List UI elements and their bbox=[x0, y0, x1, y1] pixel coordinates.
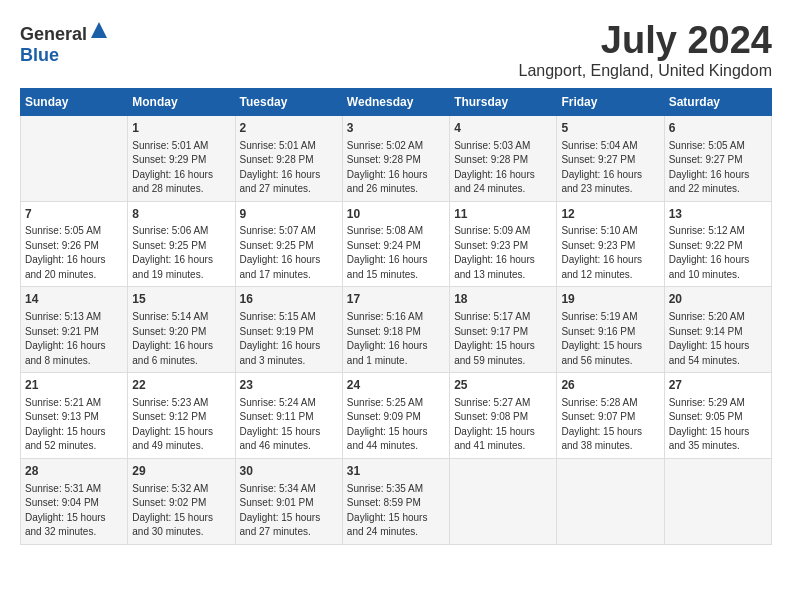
day-number: 7 bbox=[25, 206, 123, 223]
calendar-cell: 26Sunrise: 5:28 AM Sunset: 9:07 PM Dayli… bbox=[557, 373, 664, 459]
cell-content: Sunrise: 5:34 AM Sunset: 9:01 PM Dayligh… bbox=[240, 482, 338, 540]
calendar-cell: 31Sunrise: 5:35 AM Sunset: 8:59 PM Dayli… bbox=[342, 458, 449, 544]
cell-content: Sunrise: 5:15 AM Sunset: 9:19 PM Dayligh… bbox=[240, 310, 338, 368]
calendar-cell: 19Sunrise: 5:19 AM Sunset: 9:16 PM Dayli… bbox=[557, 287, 664, 373]
cell-content: Sunrise: 5:10 AM Sunset: 9:23 PM Dayligh… bbox=[561, 224, 659, 282]
cell-content: Sunrise: 5:08 AM Sunset: 9:24 PM Dayligh… bbox=[347, 224, 445, 282]
day-number: 24 bbox=[347, 377, 445, 394]
cell-content: Sunrise: 5:35 AM Sunset: 8:59 PM Dayligh… bbox=[347, 482, 445, 540]
day-number: 13 bbox=[669, 206, 767, 223]
calendar-cell: 9Sunrise: 5:07 AM Sunset: 9:25 PM Daylig… bbox=[235, 201, 342, 287]
page-header: General Blue July 2024 Langport, England… bbox=[20, 20, 772, 80]
day-number: 10 bbox=[347, 206, 445, 223]
cell-content: Sunrise: 5:03 AM Sunset: 9:28 PM Dayligh… bbox=[454, 139, 552, 197]
day-number: 29 bbox=[132, 463, 230, 480]
calendar-cell bbox=[664, 458, 771, 544]
calendar-cell: 21Sunrise: 5:21 AM Sunset: 9:13 PM Dayli… bbox=[21, 373, 128, 459]
cell-content: Sunrise: 5:28 AM Sunset: 9:07 PM Dayligh… bbox=[561, 396, 659, 454]
cell-content: Sunrise: 5:24 AM Sunset: 9:11 PM Dayligh… bbox=[240, 396, 338, 454]
day-number: 23 bbox=[240, 377, 338, 394]
calendar-cell: 4Sunrise: 5:03 AM Sunset: 9:28 PM Daylig… bbox=[450, 115, 557, 201]
calendar-cell: 15Sunrise: 5:14 AM Sunset: 9:20 PM Dayli… bbox=[128, 287, 235, 373]
calendar-cell: 11Sunrise: 5:09 AM Sunset: 9:23 PM Dayli… bbox=[450, 201, 557, 287]
cell-content: Sunrise: 5:01 AM Sunset: 9:28 PM Dayligh… bbox=[240, 139, 338, 197]
week-row: 7Sunrise: 5:05 AM Sunset: 9:26 PM Daylig… bbox=[21, 201, 772, 287]
calendar-cell bbox=[557, 458, 664, 544]
cell-content: Sunrise: 5:29 AM Sunset: 9:05 PM Dayligh… bbox=[669, 396, 767, 454]
cell-content: Sunrise: 5:32 AM Sunset: 9:02 PM Dayligh… bbox=[132, 482, 230, 540]
cell-content: Sunrise: 5:09 AM Sunset: 9:23 PM Dayligh… bbox=[454, 224, 552, 282]
calendar-cell: 30Sunrise: 5:34 AM Sunset: 9:01 PM Dayli… bbox=[235, 458, 342, 544]
logo-icon bbox=[89, 20, 109, 40]
calendar-cell: 20Sunrise: 5:20 AM Sunset: 9:14 PM Dayli… bbox=[664, 287, 771, 373]
logo-blue: Blue bbox=[20, 45, 59, 65]
calendar-cell: 23Sunrise: 5:24 AM Sunset: 9:11 PM Dayli… bbox=[235, 373, 342, 459]
calendar-cell: 27Sunrise: 5:29 AM Sunset: 9:05 PM Dayli… bbox=[664, 373, 771, 459]
subtitle: Langport, England, United Kingdom bbox=[518, 62, 772, 80]
day-number: 5 bbox=[561, 120, 659, 137]
logo-text: General Blue bbox=[20, 20, 109, 66]
svg-marker-0 bbox=[91, 22, 107, 38]
logo-general: General bbox=[20, 24, 87, 44]
title-block: July 2024 Langport, England, United King… bbox=[518, 20, 772, 80]
week-row: 28Sunrise: 5:31 AM Sunset: 9:04 PM Dayli… bbox=[21, 458, 772, 544]
day-header-monday: Monday bbox=[128, 88, 235, 115]
calendar-cell: 13Sunrise: 5:12 AM Sunset: 9:22 PM Dayli… bbox=[664, 201, 771, 287]
calendar-cell: 25Sunrise: 5:27 AM Sunset: 9:08 PM Dayli… bbox=[450, 373, 557, 459]
cell-content: Sunrise: 5:16 AM Sunset: 9:18 PM Dayligh… bbox=[347, 310, 445, 368]
day-number: 11 bbox=[454, 206, 552, 223]
calendar-cell: 24Sunrise: 5:25 AM Sunset: 9:09 PM Dayli… bbox=[342, 373, 449, 459]
calendar-cell: 12Sunrise: 5:10 AM Sunset: 9:23 PM Dayli… bbox=[557, 201, 664, 287]
calendar-cell bbox=[450, 458, 557, 544]
cell-content: Sunrise: 5:05 AM Sunset: 9:26 PM Dayligh… bbox=[25, 224, 123, 282]
day-header-sunday: Sunday bbox=[21, 88, 128, 115]
cell-content: Sunrise: 5:02 AM Sunset: 9:28 PM Dayligh… bbox=[347, 139, 445, 197]
day-number: 4 bbox=[454, 120, 552, 137]
day-number: 2 bbox=[240, 120, 338, 137]
day-number: 9 bbox=[240, 206, 338, 223]
cell-content: Sunrise: 5:17 AM Sunset: 9:17 PM Dayligh… bbox=[454, 310, 552, 368]
logo: General Blue bbox=[20, 20, 109, 66]
calendar-cell: 28Sunrise: 5:31 AM Sunset: 9:04 PM Dayli… bbox=[21, 458, 128, 544]
cell-content: Sunrise: 5:05 AM Sunset: 9:27 PM Dayligh… bbox=[669, 139, 767, 197]
day-number: 1 bbox=[132, 120, 230, 137]
day-number: 3 bbox=[347, 120, 445, 137]
calendar-cell: 5Sunrise: 5:04 AM Sunset: 9:27 PM Daylig… bbox=[557, 115, 664, 201]
day-number: 8 bbox=[132, 206, 230, 223]
week-row: 14Sunrise: 5:13 AM Sunset: 9:21 PM Dayli… bbox=[21, 287, 772, 373]
calendar-cell: 1Sunrise: 5:01 AM Sunset: 9:29 PM Daylig… bbox=[128, 115, 235, 201]
cell-content: Sunrise: 5:14 AM Sunset: 9:20 PM Dayligh… bbox=[132, 310, 230, 368]
cell-content: Sunrise: 5:04 AM Sunset: 9:27 PM Dayligh… bbox=[561, 139, 659, 197]
cell-content: Sunrise: 5:31 AM Sunset: 9:04 PM Dayligh… bbox=[25, 482, 123, 540]
cell-content: Sunrise: 5:23 AM Sunset: 9:12 PM Dayligh… bbox=[132, 396, 230, 454]
calendar-cell: 7Sunrise: 5:05 AM Sunset: 9:26 PM Daylig… bbox=[21, 201, 128, 287]
calendar-cell: 3Sunrise: 5:02 AM Sunset: 9:28 PM Daylig… bbox=[342, 115, 449, 201]
day-number: 30 bbox=[240, 463, 338, 480]
calendar-cell: 6Sunrise: 5:05 AM Sunset: 9:27 PM Daylig… bbox=[664, 115, 771, 201]
cell-content: Sunrise: 5:06 AM Sunset: 9:25 PM Dayligh… bbox=[132, 224, 230, 282]
calendar-cell: 16Sunrise: 5:15 AM Sunset: 9:19 PM Dayli… bbox=[235, 287, 342, 373]
cell-content: Sunrise: 5:19 AM Sunset: 9:16 PM Dayligh… bbox=[561, 310, 659, 368]
day-number: 12 bbox=[561, 206, 659, 223]
day-number: 16 bbox=[240, 291, 338, 308]
day-number: 17 bbox=[347, 291, 445, 308]
calendar-cell: 8Sunrise: 5:06 AM Sunset: 9:25 PM Daylig… bbox=[128, 201, 235, 287]
day-number: 20 bbox=[669, 291, 767, 308]
day-header-row: SundayMondayTuesdayWednesdayThursdayFrid… bbox=[21, 88, 772, 115]
calendar-cell: 29Sunrise: 5:32 AM Sunset: 9:02 PM Dayli… bbox=[128, 458, 235, 544]
day-header-wednesday: Wednesday bbox=[342, 88, 449, 115]
main-title: July 2024 bbox=[518, 20, 772, 62]
calendar-cell bbox=[21, 115, 128, 201]
day-number: 21 bbox=[25, 377, 123, 394]
calendar-cell: 10Sunrise: 5:08 AM Sunset: 9:24 PM Dayli… bbox=[342, 201, 449, 287]
calendar-table: SundayMondayTuesdayWednesdayThursdayFrid… bbox=[20, 88, 772, 545]
day-number: 6 bbox=[669, 120, 767, 137]
cell-content: Sunrise: 5:27 AM Sunset: 9:08 PM Dayligh… bbox=[454, 396, 552, 454]
cell-content: Sunrise: 5:12 AM Sunset: 9:22 PM Dayligh… bbox=[669, 224, 767, 282]
calendar-cell: 14Sunrise: 5:13 AM Sunset: 9:21 PM Dayli… bbox=[21, 287, 128, 373]
day-number: 15 bbox=[132, 291, 230, 308]
day-number: 27 bbox=[669, 377, 767, 394]
calendar-cell: 18Sunrise: 5:17 AM Sunset: 9:17 PM Dayli… bbox=[450, 287, 557, 373]
day-header-friday: Friday bbox=[557, 88, 664, 115]
calendar-cell: 17Sunrise: 5:16 AM Sunset: 9:18 PM Dayli… bbox=[342, 287, 449, 373]
